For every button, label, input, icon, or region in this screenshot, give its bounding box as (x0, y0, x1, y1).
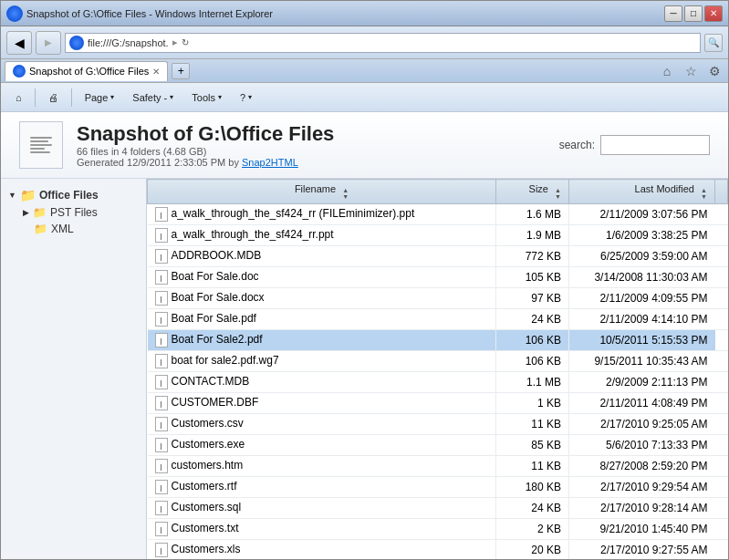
header-date[interactable]: Last Modified ▲▼ (569, 180, 715, 204)
file-icon: | (155, 375, 168, 389)
table-row[interactable]: |ADDRBOOK.MDB772 KB6/25/2009 3:59:00 AM (148, 246, 728, 267)
maximize-button[interactable]: □ (684, 5, 703, 22)
page-dropdown-arrow: ▾ (110, 93, 114, 101)
table-row[interactable]: |customers.htm11 KB8/27/2008 2:59:20 PM (148, 456, 728, 477)
table-row[interactable]: |Customers.exe85 KB5/6/2010 7:13:33 PM (148, 435, 728, 456)
table-row[interactable]: |Customers.sql24 KB2/17/2010 9:28:14 AM (148, 498, 728, 519)
file-size: 1 KB (496, 393, 569, 414)
help-button[interactable]: ? ▾ (233, 86, 259, 109)
file-size: 24 KB (496, 309, 569, 330)
table-row[interactable]: |Boat For Sale.doc105 KB3/14/2008 11:30:… (148, 267, 728, 288)
generated-text: Generated 12/9/2011 2:33:05 PM by (77, 157, 239, 168)
file-date: 2/17/2010 9:25:05 AM (569, 414, 715, 435)
sidebar-root-item[interactable]: ▼ 📁 Office Files (5, 186, 142, 204)
table-row[interactable]: |CONTACT.MDB1.1 MB2/9/2009 2:11:13 PM (148, 372, 728, 393)
table-row[interactable]: |Customers.csv11 KB2/17/2010 9:25:05 AM (148, 414, 728, 435)
page-icon-lines (30, 137, 52, 153)
file-date: 10/5/2011 5:15:53 PM (569, 330, 715, 351)
tab-close-button[interactable]: ✕ (152, 67, 160, 77)
forward-button[interactable]: ▶ (36, 31, 61, 55)
address-refresh[interactable]: ↻ (182, 37, 189, 47)
table-row[interactable]: |boat for sale2.pdf.wg7106 KB9/15/2011 1… (148, 351, 728, 372)
collapse-icon[interactable]: ▼ (8, 191, 16, 200)
sidebar-root-label: Office Files (39, 189, 99, 202)
file-size: 105 KB (496, 267, 569, 288)
size-sort-icons: ▲▼ (555, 187, 561, 200)
browser-logo-icon (6, 5, 23, 22)
file-name: Customers.txt (172, 522, 239, 534)
tools-menu-button[interactable]: Tools ▾ (184, 86, 229, 109)
file-icon: | (155, 438, 168, 452)
table-row[interactable]: |a_walk_through_the_sf424_rr (FILEminimi… (148, 204, 728, 225)
table-row[interactable]: |Customers.rtf180 KB2/17/2010 9:29:54 AM (148, 477, 728, 498)
safety-menu-button[interactable]: Safety - ▾ (125, 86, 181, 109)
header-size[interactable]: Size ▲▼ (496, 180, 569, 204)
file-name: Customers.exe (172, 438, 245, 451)
snap2html-link[interactable]: Snap2HTML (242, 157, 298, 168)
address-input-container[interactable]: file:///G:/snapshot. ▸ ↻ (65, 33, 701, 53)
file-size: 106 KB (496, 351, 569, 372)
file-icon: | (155, 354, 168, 368)
close-button[interactable]: ✕ (704, 5, 723, 22)
file-icon: | (155, 249, 168, 264)
file-name: Boat For Sale2.pdf (172, 333, 263, 346)
sidebar: ▼ 📁 Office Files ▶ 📁 PST Files 📁 XML (1, 179, 147, 559)
file-date: 9/21/2010 1:45:40 PM (569, 519, 715, 540)
icon-line-5 (30, 151, 50, 153)
browser-window: Snapshot of G:\Office Files - Windows In… (0, 0, 729, 560)
sidebar-item-pst-files[interactable]: ▶ 📁 PST Files (19, 204, 142, 221)
expand-plus-icon[interactable]: ▶ (23, 208, 29, 217)
search-input[interactable] (600, 135, 710, 155)
file-date: 1/6/2009 3:38:25 PM (569, 225, 715, 246)
new-tab-button[interactable]: + (172, 63, 190, 79)
header-filename[interactable]: Filename ▲▼ (148, 180, 496, 204)
home-button[interactable]: ⌂ (8, 86, 29, 109)
file-name: Boat For Sale.docx (172, 291, 265, 304)
table-row[interactable]: |Customers.xls20 KB2/17/2010 9:27:55 AM (148, 540, 728, 560)
page-icon (19, 121, 63, 169)
bookmark-icon[interactable]: ☆ (681, 62, 701, 80)
file-icon: | (155, 396, 168, 410)
file-size: 97 KB (496, 288, 569, 309)
filename-label: Filename (295, 183, 336, 194)
table-row[interactable]: |Boat For Sale.docx97 KB2/11/2009 4:09:5… (148, 288, 728, 309)
table-row[interactable]: |Customers.txt2 KB9/21/2010 1:45:40 PM (148, 519, 728, 540)
search-button[interactable]: 🔍 (704, 34, 723, 52)
title-bar: Snapshot of G:\Office Files - Windows In… (1, 1, 728, 26)
table-row[interactable]: |Boat For Sale.pdf24 KB2/11/2009 4:14:10… (148, 309, 728, 330)
toolbar-separator-1 (35, 88, 36, 107)
settings-icon[interactable]: ⚙ (704, 62, 724, 80)
file-table: Filename ▲▼ Size ▲▼ Last Modified ▲▼ (147, 179, 728, 559)
page-header: Snapshot of G:\Office Files 66 files in … (1, 112, 728, 179)
folder-icon: 📁 (20, 188, 36, 202)
sidebar-item-xml[interactable]: 📁 XML (19, 221, 142, 237)
table-row[interactable]: |a_walk_through_the_sf424_rr.ppt1.9 MB1/… (148, 225, 728, 246)
file-date: 9/15/2011 10:35:43 AM (569, 351, 715, 372)
main-content: Snapshot of G:\Office Files 66 files in … (1, 112, 728, 559)
file-date: 3/14/2008 11:30:03 AM (569, 267, 715, 288)
file-date: 2/9/2009 2:11:13 PM (569, 372, 715, 393)
file-size: 1.9 MB (496, 225, 569, 246)
tools-dropdown-arrow: ▾ (218, 93, 222, 101)
icon-line-4 (30, 148, 45, 150)
file-icon: | (155, 207, 168, 222)
xml-folder-icon: 📁 (34, 223, 47, 235)
active-tab[interactable]: Snapshot of G:\Office Files ✕ (5, 61, 168, 81)
minimize-button[interactable]: ─ (664, 5, 682, 22)
table-row[interactable]: |Boat For Sale2.pdf106 KB10/5/2011 5:15:… (148, 330, 728, 351)
back-button[interactable]: ◀ (6, 31, 32, 55)
file-date: 2/17/2010 9:29:54 AM (569, 477, 715, 498)
file-size: 11 KB (496, 456, 569, 477)
file-date: 2/11/2009 4:09:55 PM (569, 288, 715, 309)
file-list-container[interactable]: Filename ▲▼ Size ▲▼ Last Modified ▲▼ (147, 179, 728, 559)
browser-right-icons: ⌂ ☆ ⚙ (657, 62, 724, 80)
home-icon[interactable]: ⌂ (657, 62, 677, 80)
page-menu-button[interactable]: Page ▾ (78, 86, 122, 109)
file-name: Boat For Sale.doc (172, 270, 259, 283)
file-name: a_walk_through_the_sf424_rr.ppt (172, 228, 334, 241)
table-row[interactable]: |CUSTOMER.DBF1 KB2/11/2011 4:08:49 PM (148, 393, 728, 414)
file-icon: | (155, 543, 168, 557)
file-browser: ▼ 📁 Office Files ▶ 📁 PST Files 📁 XML (1, 179, 728, 559)
date-label: Last Modified (635, 183, 694, 194)
print-button[interactable]: 🖨 (41, 86, 66, 109)
